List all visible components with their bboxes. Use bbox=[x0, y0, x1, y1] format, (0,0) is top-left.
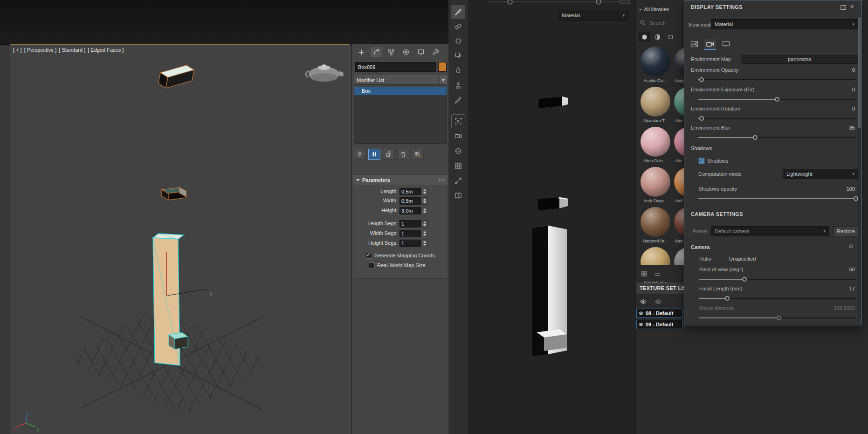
shadows-opacity-slider[interactable] bbox=[698, 196, 856, 201]
eye-icon[interactable] bbox=[638, 322, 644, 327]
tab-viewport-settings[interactable] bbox=[720, 39, 732, 50]
slider-handle[interactable] bbox=[854, 196, 858, 201]
tab-create[interactable] bbox=[356, 47, 367, 57]
remove-modifier-button[interactable] bbox=[397, 149, 409, 160]
libraries-selector[interactable]: ▸ All libraries bbox=[640, 7, 669, 12]
box-object-middle[interactable] bbox=[162, 187, 186, 200]
width-input[interactable]: 0,5m bbox=[400, 197, 421, 205]
eye-icon[interactable] bbox=[638, 296, 649, 307]
computation-mode-dropdown[interactable]: Lightweight ▾ bbox=[783, 169, 858, 179]
box-object-top[interactable] bbox=[158, 65, 194, 88]
focus-distance-slider[interactable] bbox=[699, 315, 856, 321]
painter-viewport[interactable]: Material ▾ bbox=[468, 0, 635, 434]
texture-set-item[interactable]: 08 - Default bbox=[636, 309, 683, 318]
grid-view-icon[interactable] bbox=[639, 269, 650, 279]
material-item[interactable]: Arch Finge... bbox=[639, 167, 672, 203]
camera-icon[interactable] bbox=[451, 129, 465, 143]
focal-length-slider[interactable] bbox=[699, 296, 856, 301]
env-blur-slider[interactable] bbox=[698, 135, 856, 140]
max-viewport[interactable]: x x y z [ + ][ Per bbox=[10, 44, 350, 434]
projection-tool-icon[interactable] bbox=[451, 34, 465, 48]
height-input[interactable]: 3,0m bbox=[400, 207, 421, 214]
material-item[interactable]: Alien Guts ... bbox=[639, 127, 672, 163]
tab-hierarchy[interactable] bbox=[386, 47, 397, 57]
length-spinner[interactable] bbox=[422, 188, 428, 195]
length-input[interactable]: 0,5m bbox=[400, 188, 421, 195]
configure-modifier-sets-button[interactable] bbox=[412, 149, 424, 160]
fov-slider[interactable] bbox=[699, 276, 856, 282]
slider-handle[interactable] bbox=[777, 316, 781, 320]
material-item[interactable]: Alcantara T... bbox=[639, 87, 672, 123]
modifier-list-dropdown[interactable]: Modifier List ▼ bbox=[354, 76, 447, 85]
slider-handle[interactable] bbox=[742, 277, 747, 282]
viewport-renderer-menu[interactable]: [ Standard ] bbox=[59, 47, 85, 53]
height-spinner[interactable] bbox=[422, 207, 428, 214]
eye-icon[interactable] bbox=[638, 310, 644, 316]
close-icon[interactable]: × bbox=[847, 2, 857, 11]
expand-icon[interactable] bbox=[451, 174, 465, 188]
viewport-view-menu[interactable]: [ Perspective ] bbox=[24, 47, 57, 53]
frame-object-icon[interactable] bbox=[451, 114, 465, 128]
length-segs-spinner[interactable] bbox=[422, 220, 428, 227]
material-sphere-icon[interactable] bbox=[451, 144, 465, 158]
real-world-map-size-checkbox[interactable] bbox=[369, 262, 375, 269]
viewport-shading-menu[interactable]: [ Edged Faces ] bbox=[88, 47, 124, 53]
eye-outline-icon[interactable] bbox=[653, 296, 664, 307]
viewport-menu-plus[interactable]: [ + ] bbox=[13, 47, 22, 53]
filter-smart-materials-icon[interactable] bbox=[652, 32, 663, 42]
grid-icon[interactable] bbox=[451, 159, 465, 173]
filter-textures-icon[interactable] bbox=[665, 32, 676, 42]
filter-materials-icon[interactable] bbox=[639, 32, 650, 42]
scrollbar-thumb[interactable] bbox=[858, 17, 861, 128]
height-segs-spinner[interactable] bbox=[422, 240, 428, 247]
model-box-top[interactable] bbox=[538, 96, 568, 108]
length-segs-input[interactable]: 1 bbox=[400, 220, 421, 227]
env-opacity-slider[interactable] bbox=[698, 77, 856, 83]
book-icon[interactable] bbox=[451, 189, 465, 203]
model-box-bottom[interactable] bbox=[537, 329, 567, 351]
paint-brush-tool-icon[interactable] bbox=[451, 5, 465, 19]
material-picker-tool-icon[interactable] bbox=[451, 93, 465, 107]
search-input[interactable] bbox=[648, 20, 680, 26]
slider-handle[interactable] bbox=[753, 135, 758, 140]
object-name-input[interactable]: Box009 bbox=[355, 62, 436, 72]
width-segs-spinner[interactable] bbox=[422, 230, 428, 237]
tab-modify[interactable] bbox=[371, 47, 382, 57]
particles-tool-icon[interactable] bbox=[451, 78, 465, 92]
polygon-fill-tool-icon[interactable] bbox=[451, 48, 465, 62]
slider-handle[interactable] bbox=[725, 296, 730, 301]
slider-handle[interactable] bbox=[699, 116, 704, 121]
width-segs-input[interactable]: 1 bbox=[400, 230, 421, 237]
height-segs-input[interactable]: 1 bbox=[400, 240, 421, 247]
view-mode-dropdown[interactable]: Material ▾ bbox=[711, 19, 858, 29]
slider-handle[interactable] bbox=[699, 77, 704, 82]
dock-panel-icon[interactable] bbox=[840, 4, 847, 11]
smudge-tool-icon[interactable] bbox=[451, 63, 465, 77]
shadows-checkbox[interactable] bbox=[698, 158, 705, 164]
make-unique-button[interactable] bbox=[383, 149, 395, 160]
width-spinner[interactable] bbox=[422, 197, 428, 205]
modifier-stack-item[interactable]: Box bbox=[354, 87, 447, 95]
env-exposure-slider[interactable] bbox=[698, 96, 856, 102]
search-bar[interactable] bbox=[640, 20, 680, 26]
box-object-bottom[interactable] bbox=[169, 332, 188, 349]
tab-utilities[interactable] bbox=[430, 47, 441, 57]
list-view-icon[interactable] bbox=[652, 269, 663, 279]
model-box-middle[interactable] bbox=[538, 197, 568, 210]
teapot-object[interactable] bbox=[306, 64, 344, 82]
material-item[interactable]: Acrylic Car... bbox=[639, 47, 672, 83]
object-color-swatch[interactable] bbox=[438, 62, 447, 72]
slider-handle[interactable] bbox=[775, 97, 779, 102]
tool-property-sliders[interactable] bbox=[482, 0, 635, 5]
lock-icon[interactable] bbox=[848, 243, 854, 249]
pin-stack-button[interactable] bbox=[354, 149, 366, 160]
tab-camera[interactable] bbox=[704, 39, 716, 50]
tab-motion[interactable] bbox=[400, 47, 412, 57]
env-rotation-slider[interactable] bbox=[698, 116, 856, 121]
material-item[interactable]: Battered Br... bbox=[639, 207, 672, 243]
tab-environment[interactable] bbox=[688, 39, 700, 50]
viewport-shading-dropdown[interactable]: Material ▾ bbox=[558, 10, 628, 21]
texture-set-item[interactable]: 09 - Default bbox=[636, 320, 683, 329]
generate-mapping-coords-checkbox[interactable] bbox=[366, 253, 372, 259]
preset-dropdown[interactable]: Default camera ▾ bbox=[711, 226, 829, 236]
